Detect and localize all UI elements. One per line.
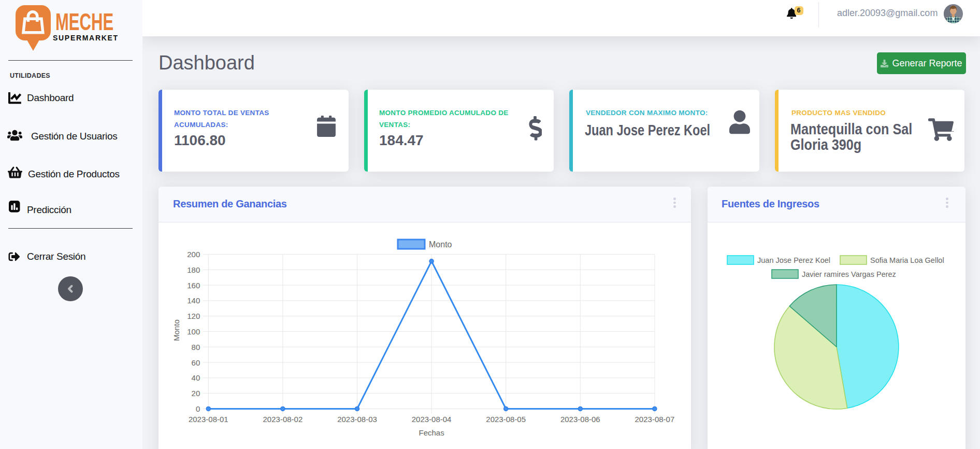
svg-text:0: 0 — [196, 404, 200, 413]
svg-text:Juan Jose Perez Koel: Juan Jose Perez Koel — [757, 256, 830, 264]
svg-text:140: 140 — [187, 296, 200, 305]
svg-text:Sofia Maria Loa Gellol: Sofia Maria Loa Gellol — [870, 256, 944, 264]
svg-text:120: 120 — [187, 312, 200, 320]
svg-text:40: 40 — [192, 373, 200, 382]
svg-text:2023-08-02: 2023-08-02 — [263, 415, 303, 424]
svg-text:Monto: Monto — [172, 319, 181, 341]
svg-text:2023-08-07: 2023-08-07 — [635, 415, 675, 424]
svg-text:2023-08-04: 2023-08-04 — [412, 415, 452, 424]
svg-text:2023-08-03: 2023-08-03 — [337, 415, 377, 424]
svg-text:60: 60 — [192, 358, 200, 367]
svg-text:160: 160 — [187, 281, 200, 290]
svg-text:Javier ramires Vargas Perez: Javier ramires Vargas Perez — [802, 270, 896, 278]
svg-text:Fechas: Fechas — [419, 428, 444, 437]
svg-text:2023-08-06: 2023-08-06 — [560, 415, 600, 424]
svg-text:200: 200 — [187, 250, 200, 259]
svg-text:80: 80 — [192, 343, 200, 352]
svg-text:Monto: Monto — [429, 240, 452, 249]
svg-text:180: 180 — [187, 265, 200, 274]
svg-text:2023-08-05: 2023-08-05 — [486, 415, 526, 424]
svg-text:2023-08-01: 2023-08-01 — [189, 415, 228, 424]
svg-text:100: 100 — [187, 327, 200, 336]
svg-text:20: 20 — [192, 389, 200, 398]
